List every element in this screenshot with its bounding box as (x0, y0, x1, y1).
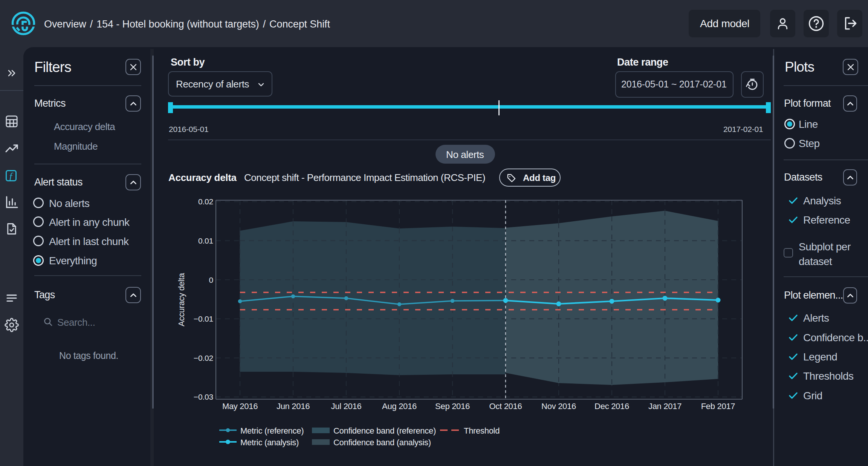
svg-text:Confidence band (reference): Confidence band (reference) (333, 426, 436, 435)
svg-text:Jul 2016: Jul 2016 (331, 402, 362, 411)
svg-text:0: 0 (209, 276, 213, 284)
svg-text:Metric (reference): Metric (reference) (240, 426, 304, 435)
svg-text:Threshold: Threshold (464, 426, 500, 435)
svg-text:Nov 2016: Nov 2016 (541, 402, 576, 411)
svg-text:Aug 2016: Aug 2016 (382, 402, 417, 411)
svg-text:−0.03: −0.03 (194, 392, 213, 401)
svg-text:0.01: 0.01 (198, 236, 213, 245)
svg-text:Confidence band (analysis): Confidence band (analysis) (333, 438, 431, 447)
svg-text:Sep 2016: Sep 2016 (435, 402, 470, 411)
svg-text:−0.01: −0.01 (194, 314, 213, 323)
svg-text:Jan 2017: Jan 2017 (648, 402, 682, 411)
svg-text:Dec 2016: Dec 2016 (594, 402, 629, 411)
svg-text:Jun 2016: Jun 2016 (277, 402, 310, 411)
svg-text:−0.02: −0.02 (194, 354, 213, 362)
svg-text:Accuracy delta: Accuracy delta (177, 273, 186, 326)
svg-text:Oct 2016: Oct 2016 (489, 402, 522, 411)
svg-text:May 2016: May 2016 (222, 402, 258, 411)
svg-text:0.02: 0.02 (198, 197, 213, 206)
svg-text:Feb 2017: Feb 2017 (701, 402, 735, 411)
svg-text:Metric (analysis): Metric (analysis) (240, 438, 299, 447)
